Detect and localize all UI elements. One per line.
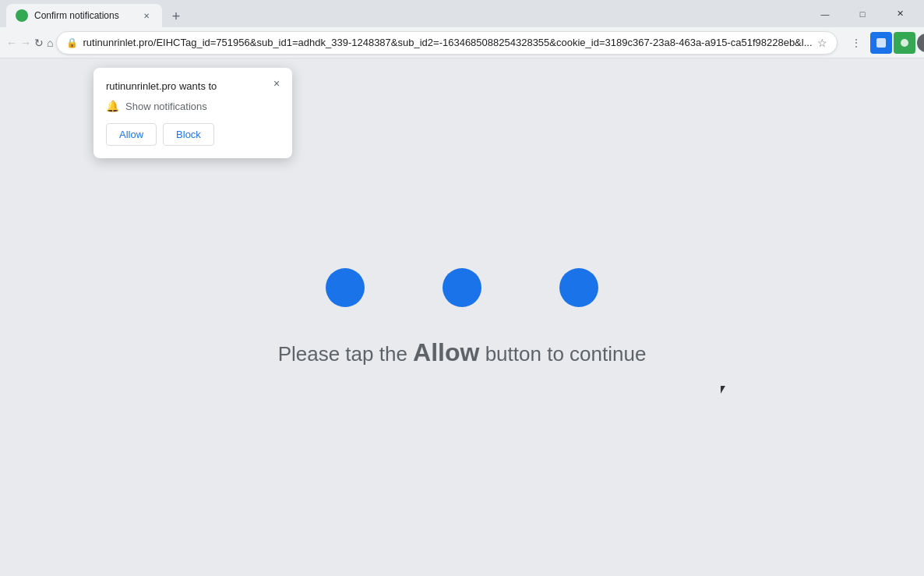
title-bar: Confirm notifications ✕ + — □ ✕ [0, 0, 924, 27]
window-controls: — □ ✕ [807, 2, 918, 26]
address-text: rutinunrinlet.pro/EIHCTag_id=751956&sub_… [83, 37, 812, 48]
tab-strip: Confirm notifications ✕ + [6, 0, 804, 27]
dot-3 [559, 268, 598, 307]
nav-bar: ← → ↻ ⌂ 🔒 rutinunrinlet.pro/EIHCTag_id=7… [0, 27, 924, 58]
popup-permission-row: 🔔 Show notifications [106, 100, 280, 112]
block-button[interactable]: Block [163, 123, 214, 146]
dots-container [326, 268, 598, 307]
dot-2 [443, 268, 481, 307]
page-content: × rutinunrinlet.pro wants to 🔔 Show noti… [0, 58, 924, 576]
extensions-button[interactable]: ⋮ [844, 30, 869, 55]
extension-icon-1[interactable] [870, 32, 892, 54]
back-button[interactable]: ← [6, 30, 17, 55]
bell-icon: 🔔 [106, 100, 119, 112]
allow-button[interactable]: Allow [106, 123, 157, 146]
popup-site-text: rutinunrinlet.pro wants to [106, 80, 280, 92]
popup-buttons: Allow Block [106, 123, 280, 146]
maximize-button[interactable]: □ [845, 2, 880, 26]
secure-icon: 🔒 [66, 37, 78, 48]
bookmark-icon[interactable]: ☆ [817, 37, 827, 49]
home-button[interactable]: ⌂ [47, 30, 53, 55]
svg-point-1 [901, 39, 908, 47]
active-tab[interactable]: Confirm notifications ✕ [6, 4, 162, 27]
popup-close-button[interactable]: × [269, 76, 284, 91]
extension-icon-3[interactable] [917, 34, 924, 52]
tab-title: Confirm notifications [34, 10, 134, 21]
notification-popup: × rutinunrinlet.pro wants to 🔔 Show noti… [93, 68, 292, 158]
tab-close-button[interactable]: ✕ [140, 9, 153, 22]
close-button[interactable]: ✕ [882, 2, 918, 26]
mouse-cursor [721, 386, 733, 398]
instruction-suffix: button to continue [485, 342, 647, 366]
minimize-button[interactable]: — [807, 2, 843, 26]
extension-icon-2[interactable] [894, 32, 915, 54]
instruction-prefix: Please tap the [278, 342, 407, 366]
tab-favicon [16, 9, 28, 22]
new-tab-button[interactable]: + [165, 5, 187, 27]
nav-right-icons: ⋮ 👤 ⋮ [844, 30, 924, 55]
page-instruction: Please tap the Allow button to continue [278, 338, 647, 367]
forward-button[interactable]: → [20, 30, 31, 55]
popup-permission-text: Show notifications [125, 101, 207, 112]
svg-rect-0 [876, 38, 886, 48]
address-bar[interactable]: 🔒 rutinunrinlet.pro/EIHCTag_id=751956&su… [56, 31, 837, 55]
instruction-highlight: Allow [413, 338, 479, 366]
refresh-button[interactable]: ↻ [34, 30, 44, 55]
dot-1 [326, 268, 365, 307]
